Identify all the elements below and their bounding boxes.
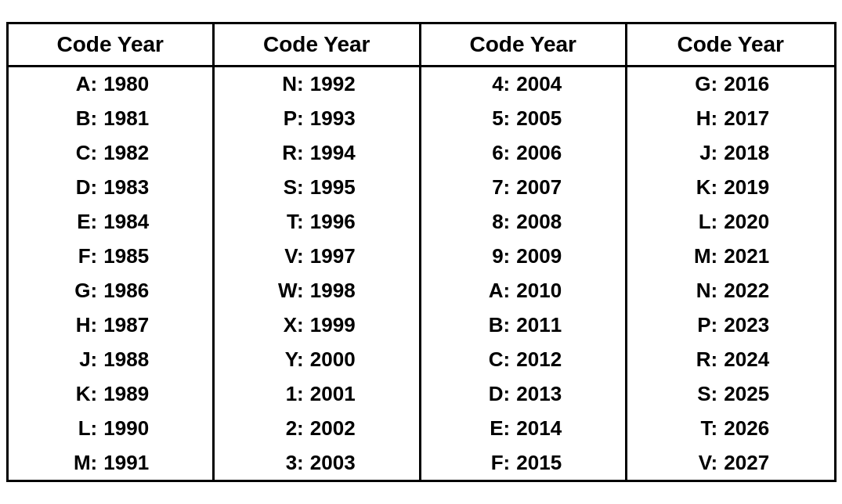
table-row: T:2026 [627,412,834,446]
year-cell: 1999 [310,313,373,337]
table-row: 4:2004 [421,67,626,102]
code-cell: V: [674,451,717,475]
table-row: A:2010 [421,274,626,308]
column-header-2: Code Year [421,24,626,67]
table-row: G:1986 [9,274,213,308]
year-cell: 2024 [724,347,786,372]
table-row: X:1999 [215,308,419,343]
code-cell: D: [467,382,510,406]
code-cell: K: [54,382,97,406]
code-cell: L: [674,210,717,234]
year-cell: 2023 [724,313,786,337]
table-row: R:1994 [215,136,419,171]
table-row: K:2019 [627,171,834,205]
code-cell: V: [261,244,304,268]
year-cell: 1988 [103,347,166,372]
year-cell: 2000 [310,347,373,372]
table-row: 8:2008 [421,205,626,239]
code-cell: 9: [467,244,510,268]
table-row: E:1984 [9,205,213,239]
code-cell: X: [261,313,304,337]
table-row: R:2024 [627,343,834,377]
table-row: L:2020 [627,205,834,239]
column-0: Code YearA:1980B:1981C:1982D:1983E:1984F… [9,24,215,480]
table-row: G:2016 [627,67,834,102]
year-cell: 2004 [516,72,579,96]
year-cell: 1995 [310,175,373,200]
table-row: A:1980 [9,67,213,102]
table-row: F:2015 [421,446,626,480]
code-cell: B: [467,313,510,337]
year-cell: 2025 [724,382,786,406]
table-row: B:2011 [421,308,626,343]
table-row: T:1996 [215,205,419,239]
year-cell: 2009 [516,244,579,268]
table-row: 3:2003 [215,446,419,480]
code-cell: 8: [467,210,510,234]
column-2: Code Year4:20045:20056:20067:20078:20089… [421,24,628,480]
table-row: S:2025 [627,377,834,412]
year-cell: 1990 [103,416,166,441]
code-cell: 5: [467,106,510,131]
year-cell: 1989 [103,382,166,406]
table-row: J:1988 [9,343,213,377]
code-cell: J: [54,347,97,372]
year-cell: 1996 [310,210,373,234]
year-cell: 2015 [516,451,579,475]
year-cell: 2022 [724,279,786,303]
table-row: V:2027 [627,446,834,480]
code-cell: 3: [261,451,304,475]
table-row: P:2023 [627,308,834,343]
code-cell: L: [54,416,97,441]
table-row: 6:2006 [421,136,626,171]
year-cell: 2001 [310,382,373,406]
code-cell: F: [467,451,510,475]
table-row: D:2013 [421,377,626,412]
table-row: 2:2002 [215,412,419,446]
code-cell: R: [674,347,717,372]
year-cell: 2005 [516,106,579,131]
year-cell: 1997 [310,244,373,268]
year-cell: 2006 [516,141,579,165]
year-cell: 2027 [724,451,786,475]
table-row: N:2022 [627,274,834,308]
year-cell: 1987 [103,313,166,337]
year-cell: 1994 [310,141,373,165]
year-cell: 1985 [103,244,166,268]
code-cell: F: [54,244,97,268]
year-cell: 2007 [516,175,579,200]
code-cell: N: [674,279,717,303]
year-cell: 2002 [310,416,373,441]
year-cell: 1992 [310,72,373,96]
code-cell: A: [467,279,510,303]
year-cell: 2017 [724,106,786,131]
code-cell: P: [261,106,304,131]
code-cell: Y: [261,347,304,372]
table-row: L:1990 [9,412,213,446]
year-cell: 2010 [516,279,579,303]
table-row: P:1993 [215,102,419,136]
year-cell: 2026 [724,416,786,441]
code-cell: N: [261,72,304,96]
column-1: Code YearN:1992P:1993R:1994S:1995T:1996V… [215,24,421,480]
year-cell: 1993 [310,106,373,131]
code-cell: W: [261,279,304,303]
table-row: H:1987 [9,308,213,343]
code-cell: B: [54,106,97,131]
table-row: H:2017 [627,102,834,136]
code-cell: J: [674,141,717,165]
code-cell: R: [261,141,304,165]
year-cell: 1986 [103,279,166,303]
year-cell: 2012 [516,347,579,372]
table-row: Y:2000 [215,343,419,377]
code-cell: S: [261,175,304,200]
year-cell: 2021 [724,244,786,268]
code-cell: G: [674,72,717,96]
table-row: W:1998 [215,274,419,308]
table-row: J:2018 [627,136,834,171]
code-cell: 4: [467,72,510,96]
code-cell: T: [674,416,717,441]
code-cell: E: [54,210,97,234]
table-row: S:1995 [215,171,419,205]
year-cell: 2011 [516,313,579,337]
